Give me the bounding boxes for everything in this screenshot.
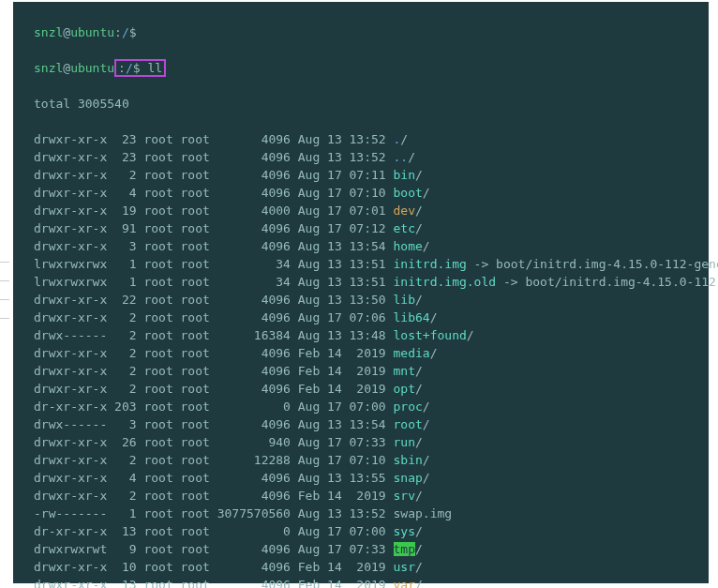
list-item: -rw------- 1 root root 3077570560 Aug 13… bbox=[34, 505, 709, 522]
list-item: drwxr-xr-x 2 root root 4096 Aug 17 07:11… bbox=[34, 166, 709, 184]
file-name: bin bbox=[394, 168, 415, 182]
list-item: drwxr-xr-x 2 root root 4096 Feb 14 2019 … bbox=[34, 344, 709, 362]
file-name: sbin bbox=[394, 453, 423, 467]
list-item: drwxr-xr-x 2 root root 4096 Aug 17 07:06… bbox=[34, 309, 709, 326]
file-name: . bbox=[394, 132, 401, 146]
list-item: lrwxrwxrwx 1 root root 34 Aug 13 13:51 i… bbox=[34, 273, 709, 291]
list-item: drwxr-xr-x 23 root root 4096 Aug 13 13:5… bbox=[34, 148, 709, 166]
file-name: run bbox=[394, 435, 415, 449]
symlink-target: -> boot/initrd.img-4.15.0-112-generic bbox=[496, 275, 718, 289]
prompt-host-2: ubuntu bbox=[70, 61, 114, 75]
prompt-path: / bbox=[122, 25, 129, 39]
list-item: drwxr-xr-x 19 root root 4000 Aug 17 07:0… bbox=[34, 202, 709, 219]
list-item: drwxr-xr-x 23 root root 4096 Aug 13 13:5… bbox=[34, 130, 709, 148]
total-line: total 3005540 bbox=[34, 95, 709, 113]
list-item: drwxr-xr-x 4 root root 4096 Aug 13 13:55… bbox=[34, 469, 709, 487]
file-name: proc bbox=[394, 400, 423, 414]
file-name: lost+found bbox=[394, 328, 467, 342]
list-item: drwxr-xr-x 2 root root 4096 Feb 14 2019 … bbox=[34, 380, 709, 398]
file-name: swap.img bbox=[394, 506, 453, 520]
list-item: lrwxrwxrwx 1 root root 34 Aug 13 13:51 i… bbox=[34, 255, 709, 273]
prompt-dollar-1: $ bbox=[129, 25, 137, 39]
list-item: drwxr-xr-x 91 root root 4096 Aug 17 07:1… bbox=[34, 219, 709, 237]
file-name: dev bbox=[394, 204, 415, 218]
prompt-user-2: snzl bbox=[34, 61, 63, 75]
file-name: opt bbox=[394, 382, 415, 396]
command-highlight: :/$ ll bbox=[114, 59, 166, 77]
prompt-line-2: snzl@ubuntu:/$ ll bbox=[34, 59, 709, 77]
list-item: drwxr-xr-x 4 root root 4096 Aug 17 07:10… bbox=[34, 184, 709, 202]
file-name: usr bbox=[394, 560, 415, 574]
file-name: tmp bbox=[394, 542, 415, 556]
prompt-host: ubuntu bbox=[70, 25, 114, 39]
file-name: srv bbox=[394, 489, 415, 503]
file-name: sys bbox=[394, 524, 415, 538]
file-name: .. bbox=[394, 150, 409, 164]
margin-dots bbox=[0, 244, 9, 319]
list-item: drwxr-xr-x 3 root root 4096 Aug 13 13:54… bbox=[34, 237, 709, 255]
file-name: snap bbox=[394, 471, 423, 485]
list-item: dr-xr-xr-x 203 root root 0 Aug 17 07:00 … bbox=[34, 398, 709, 415]
list-item: dr-xr-xr-x 13 root root 0 Aug 17 07:00 s… bbox=[34, 522, 709, 540]
list-item: drwxr-xr-x 2 root root 4096 Feb 14 2019 … bbox=[34, 487, 709, 505]
list-item: drwxr-xr-x 26 root root 940 Aug 17 07:33… bbox=[34, 433, 709, 451]
list-item: drwx------ 2 root root 16384 Aug 13 13:4… bbox=[34, 326, 709, 344]
file-listing: drwxr-xr-x 23 root root 4096 Aug 13 13:5… bbox=[34, 130, 709, 588]
list-item: drwxr-xr-x 2 root root 12288 Aug 17 07:1… bbox=[34, 451, 709, 469]
file-name: initrd.img.old bbox=[394, 275, 497, 289]
file-name: lib64 bbox=[394, 310, 430, 324]
list-item: drwxr-xr-x 2 root root 4096 Feb 14 2019 … bbox=[34, 362, 709, 380]
prompt-line-1: snzl@ubuntu:/$ bbox=[34, 23, 709, 41]
file-name: initrd.img bbox=[394, 257, 467, 271]
file-name: mnt bbox=[394, 364, 415, 378]
file-name: boot bbox=[394, 186, 423, 200]
list-item: drwxr-xr-x 22 root root 4096 Aug 13 13:5… bbox=[34, 291, 709, 309]
file-name: media bbox=[394, 346, 430, 360]
list-item: drwx------ 3 root root 4096 Aug 13 13:54… bbox=[34, 415, 709, 433]
symlink-target: -> boot/initrd.img-4.15.0-112-generic bbox=[467, 257, 718, 271]
list-item: drwxr-xr-x 13 root root 4096 Feb 14 2019… bbox=[34, 576, 709, 588]
list-item: drwxrwxrwt 9 root root 4096 Aug 17 07:33… bbox=[34, 540, 709, 558]
file-name: home bbox=[394, 239, 423, 253]
file-name: var bbox=[394, 578, 415, 588]
list-item: drwxr-xr-x 10 root root 4096 Feb 14 2019… bbox=[34, 558, 709, 576]
file-name: etc bbox=[394, 221, 415, 235]
command-text: ll bbox=[147, 61, 162, 75]
file-name: root bbox=[394, 417, 423, 431]
terminal-window[interactable]: snzl@ubuntu:/$ snzl@ubuntu:/$ ll total 3… bbox=[13, 2, 709, 583]
prompt-user: snzl bbox=[34, 25, 63, 39]
file-name: lib bbox=[394, 293, 415, 307]
